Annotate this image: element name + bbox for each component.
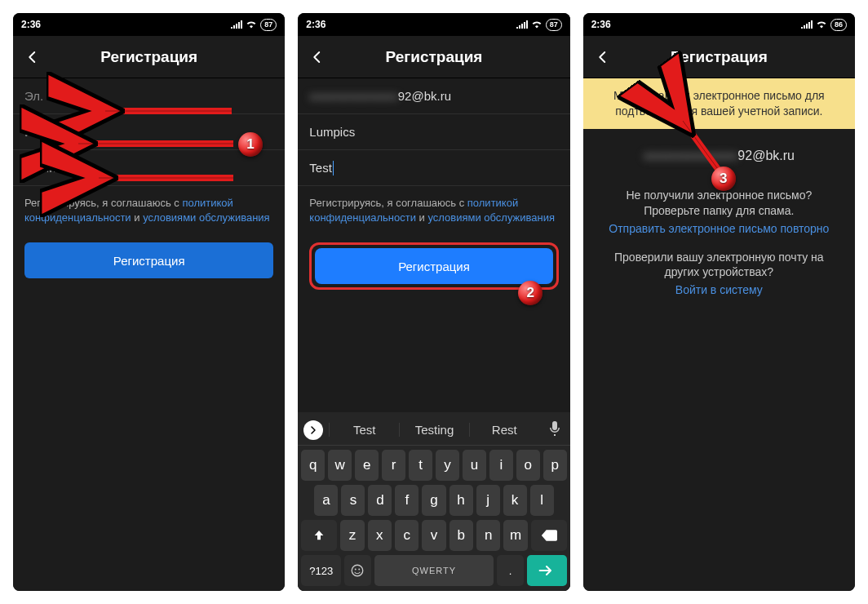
key-a[interactable]: a [314,485,338,516]
signin-link[interactable]: Войти в систему [583,283,855,296]
name-field[interactable]: Lumpics [298,114,569,150]
consent-mid: и [416,211,428,224]
key-h[interactable]: h [450,485,473,516]
key-row-1: q w e r t y u i o p [298,446,569,481]
chevron-left-icon [596,50,610,64]
three-phone-tutorial: 2:36 87 Регистрация Эл. почта Имя Фамили… [0,0,868,604]
suggestion-1[interactable]: Test [329,423,399,437]
email-display: ooooooooooooo92@bk.ru [583,129,855,183]
key-q[interactable]: q [301,450,325,481]
register-button[interactable]: Регистрация [24,242,273,278]
battery-level: 86 [830,19,847,31]
wifi-icon [816,20,827,29]
resend-email-link[interactable]: Отправить электронное письмо повторно [583,222,855,235]
key-row-4: ?123 QWERTY . [298,551,569,586]
status-bar: 2:36 87 [298,13,569,36]
back-button[interactable] [308,47,327,67]
key-z[interactable]: z [340,520,364,551]
key-w[interactable]: w [328,450,352,481]
status-right: 87 [516,19,562,31]
key-row-3: z x c v b n m [298,516,569,551]
key-symbols[interactable]: ?123 [301,555,341,586]
chevron-left-icon [25,50,40,64]
key-backspace[interactable] [531,520,567,551]
register-button[interactable]: Регистрация [315,248,552,284]
key-b[interactable]: b [450,520,473,551]
key-d[interactable]: d [368,485,392,516]
status-bar: 2:36 86 [583,13,855,36]
key-v[interactable]: v [422,520,445,551]
surname-field[interactable]: Test [298,150,569,186]
highlight-ring: Регистрация [309,242,558,290]
key-space[interactable]: QWERTY [374,555,494,586]
registration-form: Эл. почта Имя Фамилия Регистрируясь, я с… [13,78,285,591]
wifi-icon [531,20,542,29]
key-c[interactable]: c [395,520,418,551]
surname-field[interactable]: Фамилия [13,150,285,186]
key-period[interactable]: . [497,555,524,586]
surname-value: Test [309,161,332,175]
svg-point-8 [359,569,361,571]
key-o[interactable]: o [516,450,540,481]
page-title: Регистрация [100,48,197,66]
key-shift[interactable] [301,520,337,551]
key-r[interactable]: r [382,450,405,481]
battery-level: 87 [546,19,562,31]
signal-icon [516,20,528,29]
key-l[interactable]: l [530,485,554,516]
name-field[interactable]: Имя [13,114,285,150]
terms-link[interactable]: условиями обслуживания [143,211,270,224]
key-g[interactable]: g [422,485,445,516]
consent-pre: Регистрируясь, я соглашаюсь с [309,197,467,209]
key-s[interactable]: s [341,485,365,516]
emoji-icon [350,563,365,578]
wifi-icon [246,20,257,29]
text-caret [333,161,334,175]
key-emoji[interactable] [344,555,371,586]
email-redacted-part: ooooooooooooo [309,89,397,103]
register-button-wrap: Регистрация [13,224,285,278]
key-t[interactable]: t [409,450,432,481]
key-n[interactable]: n [476,520,500,551]
key-y[interactable]: y [436,450,459,481]
shift-icon [312,529,326,542]
consent-mid: и [131,211,144,224]
registration-form-filled: ooooooooooooo92@bk.ru Lumpics Test Регис… [298,78,569,591]
email-placeholder: Эл. почта [24,89,78,103]
status-bar: 2:36 87 [13,13,285,36]
chevron-left-icon [310,50,325,64]
email-field[interactable]: ooooooooooooo92@bk.ru [298,78,569,114]
phone-screen-1: 2:36 87 Регистрация Эл. почта Имя Фамили… [13,13,285,591]
suggestion-bar: Test Testing Rest [298,415,569,446]
email-sent-banner: Мы отправили электронное письмо для подт… [583,78,855,129]
microphone-icon [549,421,560,436]
key-enter[interactable] [527,555,567,586]
battery-level: 87 [260,19,277,31]
key-u[interactable]: u [463,450,486,481]
key-e[interactable]: e [355,450,379,481]
app-header: Регистрация [298,36,569,78]
suggestion-expand[interactable] [298,415,329,446]
app-header: Регистрация [583,36,855,78]
key-f[interactable]: f [395,485,418,516]
back-button[interactable] [593,47,613,67]
email-redacted-part: ooooooooooooo [644,149,738,162]
svg-point-6 [352,565,364,576]
register-button-wrap: Регистрация [298,224,569,290]
suggestion-2[interactable]: Testing [399,423,469,437]
key-k[interactable]: k [503,485,527,516]
chevron-right-icon [308,425,318,435]
email-field[interactable]: Эл. почта [13,78,285,114]
key-x[interactable]: x [368,520,392,551]
voice-input[interactable] [539,421,570,438]
suggestion-3[interactable]: Rest [469,423,539,437]
key-i[interactable]: i [489,450,513,481]
status-time: 2:36 [591,19,611,30]
key-m[interactable]: m [503,520,527,551]
confirmation-screen: Мы отправили электронное письмо для подт… [583,78,855,591]
key-j[interactable]: j [476,485,500,516]
key-p[interactable]: p [543,450,567,481]
back-button[interactable] [23,47,42,67]
terms-link[interactable]: условиями обслуживания [427,211,555,224]
email-visible-part: 92@bk.ru [398,89,451,103]
